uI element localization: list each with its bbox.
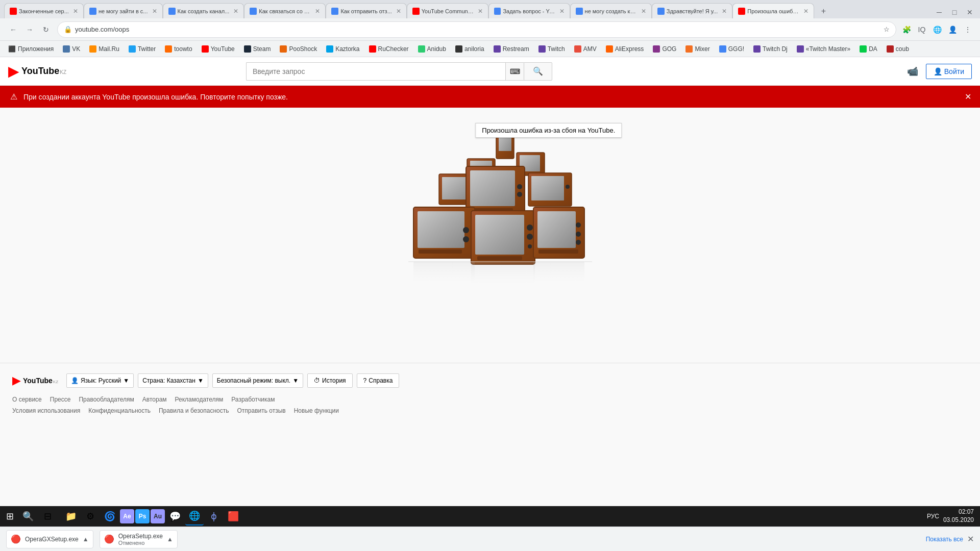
tab-9[interactable]: Здравствуйте! Я у... ✕ bbox=[652, 3, 733, 18]
bookmark-vk[interactable]: VK bbox=[59, 42, 84, 56]
error-banner: ⚠ При создании аккаунта YouTube произошл… bbox=[0, 86, 980, 108]
tab-title-5: Как отправить отз... bbox=[340, 8, 391, 14]
tab-8[interactable]: не могу создать ка... ✕ bbox=[570, 3, 652, 18]
url-bar[interactable]: 🔒 youtube.com/oops ☆ bbox=[57, 21, 896, 38]
restore-button[interactable]: □ bbox=[948, 6, 961, 18]
header-end: 📹 👤 Войти bbox=[903, 62, 972, 81]
footer-link-press[interactable]: Прессе bbox=[50, 396, 71, 403]
search-input[interactable] bbox=[246, 62, 505, 81]
footer-link-copyright[interactable]: Правообладателям bbox=[79, 396, 134, 403]
forward-button[interactable]: → bbox=[22, 22, 37, 37]
tab-close-8[interactable]: ✕ bbox=[639, 8, 646, 15]
tab-close-2[interactable]: ✕ bbox=[150, 8, 157, 15]
tab-title-6: YouTube Communi... bbox=[422, 8, 474, 14]
tab-favicon-3 bbox=[168, 8, 176, 15]
bookmark-youtube[interactable]: YouTube bbox=[198, 42, 239, 56]
tab-close-5[interactable]: ✕ bbox=[394, 8, 401, 15]
search-button[interactable]: 🔍 bbox=[524, 62, 552, 81]
iq-icon[interactable]: IQ bbox=[916, 23, 928, 36]
new-tab-button[interactable]: + bbox=[816, 4, 830, 18]
toowto-label: toowto bbox=[174, 45, 192, 53]
svg-rect-15 bbox=[531, 176, 564, 201]
bookmark-twitchmaster[interactable]: «Twitch Master» bbox=[793, 42, 854, 56]
bookmark-twitchdj[interactable]: Twitch Dj bbox=[749, 42, 792, 56]
bookmark-twitch[interactable]: Twitch bbox=[534, 42, 569, 56]
bookmark-star-icon[interactable]: ☆ bbox=[884, 26, 890, 33]
tab-10[interactable]: Произошла ошибк... ✕ bbox=[732, 3, 814, 18]
error-warning-icon: ⚠ bbox=[10, 92, 17, 102]
bookmark-steam[interactable]: Steam bbox=[240, 42, 275, 56]
bookmark-amv[interactable]: AMV bbox=[570, 42, 601, 56]
translate-icon[interactable]: 🌐 bbox=[931, 23, 943, 36]
youtube-logo-kz: KZ bbox=[60, 69, 66, 75]
youtube-logo[interactable]: ▶ YouTubeKZ bbox=[8, 63, 66, 80]
tab-close-9[interactable]: ✕ bbox=[720, 8, 727, 15]
bookmark-kaztorka[interactable]: Kaztorka bbox=[322, 42, 363, 56]
bookmark-aliexpress[interactable]: AliExpress bbox=[602, 42, 648, 56]
tab-close-4[interactable]: ✕ bbox=[313, 8, 320, 15]
bookmark-mixer[interactable]: Mixer bbox=[681, 42, 714, 56]
minimize-button[interactable]: ─ bbox=[933, 6, 945, 18]
footer-link-feedback[interactable]: Отправить отзыв bbox=[237, 407, 285, 414]
footer-link-newfeatures[interactable]: Новые функции bbox=[294, 407, 339, 414]
profile-icon[interactable]: 👤 bbox=[946, 23, 959, 36]
footer-link-privacy[interactable]: Конфиденциальность bbox=[88, 407, 151, 414]
bookmark-ggg[interactable]: GGG! bbox=[715, 42, 748, 56]
tab-1[interactable]: Законченные сер... ✕ bbox=[4, 3, 84, 18]
tab-2[interactable]: не могу зайти в с... ✕ bbox=[84, 3, 163, 18]
back-button[interactable]: ← bbox=[6, 22, 20, 37]
bookmark-toowto[interactable]: toowto bbox=[161, 42, 196, 56]
footer-controls: 👤 Язык: Русский ▼ Страна: Казахстан ▼ Бе… bbox=[66, 373, 399, 388]
error-close-button[interactable]: ✕ bbox=[962, 91, 974, 103]
footer-link-rules[interactable]: Правила и безопасность bbox=[159, 407, 229, 414]
amv-label: AMV bbox=[583, 45, 597, 53]
tab-3[interactable]: Как создать канал... ✕ bbox=[163, 3, 244, 18]
country-select[interactable]: Страна: Казахстан ▼ bbox=[138, 373, 208, 388]
footer-top: ▶ YouTubeKZ 👤 Язык: Русский ▼ Страна: Ка… bbox=[12, 373, 968, 388]
bookmark-twitter[interactable]: Twitter bbox=[125, 42, 160, 56]
svg-point-25 bbox=[527, 234, 533, 240]
extensions-icon[interactable]: 🧩 bbox=[900, 23, 913, 36]
menu-icon[interactable]: ⋮ bbox=[962, 23, 974, 36]
bookmark-anidub[interactable]: Anidub bbox=[414, 42, 450, 56]
bookmark-ruchecker[interactable]: RuChecker bbox=[365, 42, 413, 56]
anidub-favicon bbox=[418, 45, 425, 53]
bookmark-restream[interactable]: Restream bbox=[489, 42, 533, 56]
tab-close-1[interactable]: ✕ bbox=[71, 8, 78, 15]
tab-favicon-4 bbox=[250, 8, 257, 15]
tab-close-7[interactable]: ✕ bbox=[557, 8, 565, 15]
refresh-button[interactable]: ↻ bbox=[39, 22, 53, 37]
tab-4[interactable]: Как связаться со с... ✕ bbox=[244, 3, 326, 18]
restream-label: Restream bbox=[503, 45, 529, 53]
video-camera-button[interactable]: 📹 bbox=[903, 62, 922, 81]
footer-link-developers[interactable]: Разработчикам bbox=[231, 396, 275, 403]
tab-favicon-6 bbox=[412, 8, 420, 15]
history-label: История bbox=[322, 377, 346, 384]
bookmark-coub[interactable]: coub bbox=[883, 42, 913, 56]
tab-close-10[interactable]: ✕ bbox=[801, 8, 808, 15]
bookmark-aniloria[interactable]: aniloria bbox=[451, 42, 488, 56]
tab-6[interactable]: YouTube Communi... ✕ bbox=[407, 3, 488, 18]
tab-7[interactable]: Задать вопрос - Yo... ✕ bbox=[488, 3, 570, 18]
safemode-select[interactable]: Безопасный режим: выкл. ▼ bbox=[212, 373, 303, 388]
tab-close-6[interactable]: ✕ bbox=[476, 8, 483, 15]
keyboard-button[interactable]: ⌨ bbox=[505, 62, 524, 81]
signin-button[interactable]: 👤 Войти bbox=[926, 64, 972, 79]
footer-link-about[interactable]: О сервисе bbox=[12, 396, 42, 403]
bookmark-gog[interactable]: GOG bbox=[649, 42, 680, 56]
youtube-header: ▶ YouTubeKZ ⌨ 🔍 📹 👤 Войти bbox=[0, 57, 980, 86]
help-button[interactable]: ? Справка bbox=[357, 373, 400, 388]
tab-5[interactable]: Как отправить отз... ✕ bbox=[326, 3, 406, 18]
history-button[interactable]: ⏱ История bbox=[307, 373, 353, 388]
close-button[interactable]: ✕ bbox=[964, 6, 976, 18]
footer-link-authors[interactable]: Авторам bbox=[142, 396, 167, 403]
footer-link-advertisers[interactable]: Рекламодателям bbox=[175, 396, 224, 403]
language-select[interactable]: 👤 Язык: Русский ▼ bbox=[66, 373, 134, 388]
browser-window: Законченные сер... ✕ не могу зайти в с..… bbox=[0, 0, 980, 424]
footer-link-terms[interactable]: Условия использования bbox=[12, 407, 80, 414]
bookmark-mailru[interactable]: Mail.Ru bbox=[85, 42, 124, 56]
bookmark-pooshock[interactable]: PooShock bbox=[276, 42, 321, 56]
tab-close-3[interactable]: ✕ bbox=[231, 8, 238, 15]
bookmark-da[interactable]: DA bbox=[855, 42, 881, 56]
bookmark-apps[interactable]: ⬛ Приложения bbox=[4, 42, 58, 56]
